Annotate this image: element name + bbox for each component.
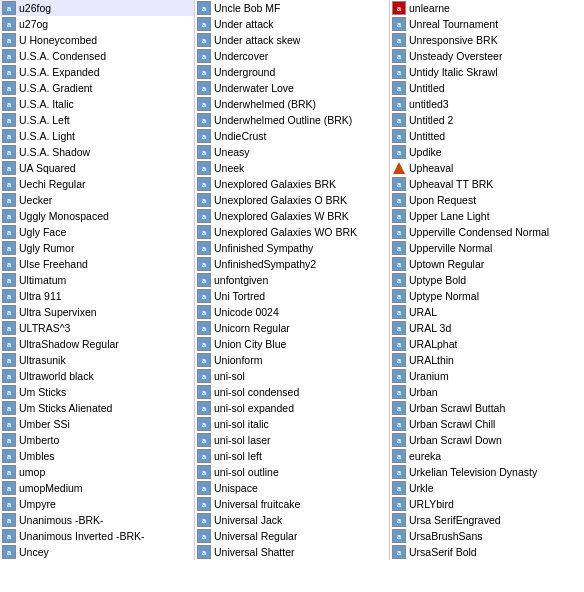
font-item[interactable]: aUnispace bbox=[195, 480, 389, 496]
font-item[interactable]: aUnicorn Regular bbox=[195, 320, 389, 336]
font-item[interactable]: aUndieCrust bbox=[195, 128, 389, 144]
font-item[interactable]: aUnanimous Inverted -BRK- bbox=[0, 528, 194, 544]
font-item[interactable]: aUncle Bob MF bbox=[195, 0, 389, 16]
font-item[interactable]: aUnionform bbox=[195, 352, 389, 368]
font-item[interactable]: aUpperville Normal bbox=[390, 240, 584, 256]
font-item[interactable]: aURAL bbox=[390, 304, 584, 320]
font-item[interactable]: aUniversal Regular bbox=[195, 528, 389, 544]
font-item[interactable]: aUltraworld black bbox=[0, 368, 194, 384]
font-item[interactable]: aUggly Monospaced bbox=[0, 208, 194, 224]
font-item[interactable]: aUrsaBrushSans bbox=[390, 528, 584, 544]
font-item[interactable]: auni-sol italic bbox=[195, 416, 389, 432]
font-item[interactable]: aumop bbox=[0, 464, 194, 480]
font-item[interactable]: aUnderwhelmed (BRK) bbox=[195, 96, 389, 112]
font-item[interactable]: aUpheaval TT BRK bbox=[390, 176, 584, 192]
font-item[interactable]: aU.S.A. Italic bbox=[0, 96, 194, 112]
font-item[interactable]: aUrban Scrawl Chill bbox=[390, 416, 584, 432]
font-item[interactable]: aUrkle bbox=[390, 480, 584, 496]
font-item[interactable]: aUnderwhelmed Outline (BRK) bbox=[195, 112, 389, 128]
font-item[interactable]: aUrban bbox=[390, 384, 584, 400]
font-item[interactable]: aUneasy bbox=[195, 144, 389, 160]
font-item[interactable]: aUrban Scrawl Down bbox=[390, 432, 584, 448]
font-item[interactable]: aUpperville Condensed Normal bbox=[390, 224, 584, 240]
font-item[interactable]: aUnicode 0024 bbox=[195, 304, 389, 320]
font-item[interactable]: aURLYbird bbox=[390, 496, 584, 512]
font-item[interactable]: aUni Tortred bbox=[195, 288, 389, 304]
font-item[interactable]: aUnexplored Galaxies W BRK bbox=[195, 208, 389, 224]
font-item[interactable]: aUntitled bbox=[390, 80, 584, 96]
font-item[interactable]: aUechi Regular bbox=[0, 176, 194, 192]
font-item[interactable]: aUltrasunik bbox=[0, 352, 194, 368]
font-item[interactable]: aUnexplored Galaxies O BRK bbox=[195, 192, 389, 208]
font-item[interactable]: aUnexplored Galaxies WO BRK bbox=[195, 224, 389, 240]
font-item[interactable]: auntitled3 bbox=[390, 96, 584, 112]
font-item[interactable]: aUltra Supervixen bbox=[0, 304, 194, 320]
font-item[interactable]: aUranium bbox=[390, 368, 584, 384]
font-item[interactable]: aURALthin bbox=[390, 352, 584, 368]
font-item[interactable]: aUnreal Tournament bbox=[390, 16, 584, 32]
font-item[interactable]: aUnderwater Love bbox=[195, 80, 389, 96]
font-item[interactable]: aUm Sticks Alienated bbox=[0, 400, 194, 416]
font-item[interactable]: aUnfinishedSympathy2 bbox=[195, 256, 389, 272]
font-item[interactable]: aUnexplored Galaxies BRK bbox=[195, 176, 389, 192]
font-item[interactable]: aUpdike bbox=[390, 144, 584, 160]
font-item[interactable]: aU.S.A. Shadow bbox=[0, 144, 194, 160]
font-item[interactable]: aUntitled 2 bbox=[390, 112, 584, 128]
font-item[interactable]: aUniversal Jack bbox=[195, 512, 389, 528]
font-item[interactable]: aUrsa SerifEngraved bbox=[390, 512, 584, 528]
font-item[interactable]: auni-sol outline bbox=[195, 464, 389, 480]
font-item[interactable]: aUptype Bold bbox=[390, 272, 584, 288]
font-item[interactable]: aeureka bbox=[390, 448, 584, 464]
font-item[interactable]: aUrban Scrawl Buttah bbox=[390, 400, 584, 416]
font-item[interactable]: Upheaval bbox=[390, 160, 584, 176]
font-item[interactable]: aUptown Regular bbox=[390, 256, 584, 272]
font-item[interactable]: aUneek bbox=[195, 160, 389, 176]
font-item[interactable]: aURALphat bbox=[390, 336, 584, 352]
font-item[interactable]: aUnder attack skew bbox=[195, 32, 389, 48]
font-item[interactable]: aURAL 3d bbox=[390, 320, 584, 336]
font-item[interactable]: aUmberto bbox=[0, 432, 194, 448]
font-item[interactable]: aUpon Request bbox=[390, 192, 584, 208]
font-item[interactable]: aUA Squared bbox=[0, 160, 194, 176]
font-item[interactable]: aU.S.A. Gradient bbox=[0, 80, 194, 96]
font-item[interactable]: aunfontgiven bbox=[195, 272, 389, 288]
font-item[interactable]: aUptype Normal bbox=[390, 288, 584, 304]
font-item[interactable]: aUrsaSerif Bold bbox=[390, 544, 584, 560]
font-item[interactable]: aUmpyre bbox=[0, 496, 194, 512]
font-item[interactable]: aUecker bbox=[0, 192, 194, 208]
font-item[interactable]: aU.S.A. Expanded bbox=[0, 64, 194, 80]
font-item[interactable]: aUnsteady Oversteer bbox=[390, 48, 584, 64]
font-item[interactable]: aunlearne bbox=[390, 0, 584, 16]
font-item[interactable]: aUntitted bbox=[390, 128, 584, 144]
font-item[interactable]: au26fog bbox=[0, 0, 194, 16]
font-item[interactable]: aU.S.A. Condensed bbox=[0, 48, 194, 64]
font-item[interactable]: aU.S.A. Light bbox=[0, 128, 194, 144]
font-item[interactable]: aUndercover bbox=[195, 48, 389, 64]
font-item[interactable]: au27og bbox=[0, 16, 194, 32]
font-item[interactable]: aU.S.A. Left bbox=[0, 112, 194, 128]
font-item[interactable]: aUniversal Shatter bbox=[195, 544, 389, 560]
font-item[interactable]: aUnder attack bbox=[195, 16, 389, 32]
font-item[interactable]: aumopMedium bbox=[0, 480, 194, 496]
font-item[interactable]: aUgly Face bbox=[0, 224, 194, 240]
font-item[interactable]: aUltra 911 bbox=[0, 288, 194, 304]
font-item[interactable]: auni-sol left bbox=[195, 448, 389, 464]
font-item[interactable]: auni-sol bbox=[195, 368, 389, 384]
font-item[interactable]: auni-sol laser bbox=[195, 432, 389, 448]
font-item[interactable]: aUmber SSi bbox=[0, 416, 194, 432]
font-item[interactable]: aUnresponsive BRK bbox=[390, 32, 584, 48]
font-item[interactable]: auni-sol condensed bbox=[195, 384, 389, 400]
font-item[interactable]: aUntidy Italic Skrawl bbox=[390, 64, 584, 80]
font-item[interactable]: aUnion City Blue bbox=[195, 336, 389, 352]
font-item[interactable]: aUlse Freehand bbox=[0, 256, 194, 272]
font-item[interactable]: aUnanimous -BRK- bbox=[0, 512, 194, 528]
font-item[interactable]: aUpper Lane Light bbox=[390, 208, 584, 224]
font-item[interactable]: aUnfinished Sympathy bbox=[195, 240, 389, 256]
font-item[interactable]: aULTRAS^3 bbox=[0, 320, 194, 336]
font-item[interactable]: aUrkelian Television Dynasty bbox=[390, 464, 584, 480]
font-item[interactable]: aUltimatum bbox=[0, 272, 194, 288]
font-item[interactable]: aUgly Rumor bbox=[0, 240, 194, 256]
font-item[interactable]: aU Honeycombed bbox=[0, 32, 194, 48]
font-item[interactable]: aUnderground bbox=[195, 64, 389, 80]
font-item[interactable]: aUmbles bbox=[0, 448, 194, 464]
